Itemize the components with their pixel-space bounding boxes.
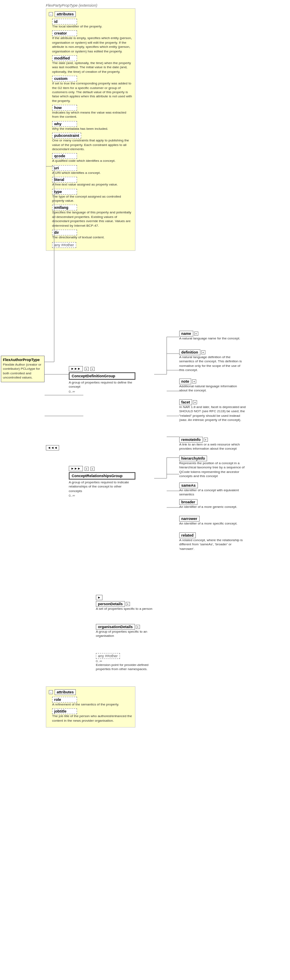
person-details-box-row: personDetails + [96,601,152,607]
same-as-element-section: sameAs An identifier of a concept with e… [179,483,246,497]
person-details-desc: A set of properties specific to a person [96,607,152,611]
attr-id-desc: The local identifier of the property. [52,25,102,29]
attr-xmllang-desc: Specifies the language of this property … [52,210,132,228]
expand-def-icon2[interactable]: + [90,367,95,371]
bottom-expand-icon[interactable]: - [49,690,53,694]
expand-rel-icon[interactable]: + [85,467,89,471]
remote-info-box-row: remoteInfo + [179,437,246,443]
attr-qcode-desc: A qualified code which identifies a conc… [52,159,115,163]
name-element-desc: A natural language name for the concept. [179,337,240,341]
bottom-attributes-header: - attributes [49,689,132,695]
flex-party-prop-type-box: - attributes id The local identifier of … [46,8,135,251]
attr-type-row: type The type of the concept assigned as… [52,189,132,203]
person-details-connector-row: ► [96,595,152,600]
bottom-attributes-label: attributes [55,689,76,695]
attr-modified-row: modified The date (and, optionally, the … [52,55,132,74]
flex-author-type-desc: Flexible Author (creator or contributor)… [3,363,42,380]
concept-def-group-box: ConceptDefinitionGroup [69,372,135,380]
hierarchy-info-element-box: hierarchyInfo [179,455,207,461]
flex-author-prop-type-box: FlexAuthorPropType Flexible Author (crea… [1,356,45,382]
attr-xmllang-row: xmllang Specifies the language of this p… [52,205,132,228]
note-element-box: note [179,379,191,384]
definition-element-box: definition [179,349,200,355]
attr-id-row: id The local identifier of the property. [52,19,132,29]
attr-modified-desc: The date (and, optionally, the time) whe… [52,61,132,74]
attr-how-name: how [52,105,77,111]
attr-role-row: role A refinement of the semantics of th… [52,697,132,707]
attributes-header: - attributes [49,11,132,17]
attr-creator-name: creator [52,30,77,36]
attr-id-name: id [52,19,77,25]
name-expand-icon[interactable]: + [194,332,198,336]
any-other-bottom-label: any ##other [96,653,120,659]
narrower-element-desc: An identifier of a more specific concept… [179,522,238,526]
concept-def-multiplicity: 0..∞ [69,390,135,393]
name-element-row: name + A natural language name for the c… [179,331,240,341]
facet-box-row: facet + [179,399,246,405]
attr-type-desc: The type of the concept assigned as cont… [52,195,132,203]
broader-element-box: broader [179,499,198,505]
same-as-element-desc: An identifier of a concept with equivale… [179,488,246,497]
narrower-element-section: narrower An identifier of a more specifi… [179,516,238,526]
definition-expand-icon[interactable]: + [201,350,205,354]
attr-pubconstraint-row: pubconstraint One or many constraints th… [52,133,132,151]
hierarchy-info-element-desc: Represents the position of a concept in … [179,461,246,479]
attr-why-name: why [52,121,77,127]
attributes-list: id The local identifier of the property.… [52,19,132,248]
note-element-desc: Additional natural language information … [179,384,246,393]
attr-pubconstraint-desc: One or many constraints that apply to pu… [52,139,132,151]
attr-uri-desc: A URI which identifies a concept. [52,171,101,175]
concept-def-group-row: ►►► + + [69,366,135,371]
attr-jobtitle-name: jobtitle [52,708,77,714]
attr-uri-row: uri A URI which identifies a concept. [52,165,132,175]
any-other-row: any ##other [52,242,132,248]
attr-jobtitle-row: jobtitle The job title of the person who… [52,708,132,723]
remote-info-element-desc: A link to an item or a web resource whic… [179,443,246,451]
facet-element-box: facet [179,399,192,405]
attr-qcode-row: qcode A qualified code which identifies … [52,153,132,163]
person-details-expand-icon[interactable]: + [126,602,130,606]
attr-how-row: how Indicates by which means the value w… [52,105,132,119]
sequence-connector: ►►► [69,366,83,371]
remote-info-expand-icon[interactable]: + [204,438,208,442]
attr-dir-row: dir The directionality of textual conten… [52,230,132,240]
attr-literal-name: literal [52,177,77,183]
any-other-bottom-desc: Extension point for provider-defined pro… [96,663,162,672]
related-element-box: related [179,532,196,538]
expand-icon[interactable]: - [49,12,53,16]
attr-modified-name: modified [52,55,77,61]
concept-relationships-group-section: ►►► + + ConceptRelationshipsGroup A grou… [69,466,135,497]
attr-dir-name: dir [52,230,77,235]
note-expand-icon[interactable]: + [192,379,196,384]
sequence-connector-rel: ►►► [69,466,83,471]
related-element-desc: A related concept, where the relationshi… [179,538,246,551]
org-details-expand-icon[interactable]: + [136,625,140,629]
attr-why-desc: Why the metadata has been included. [52,127,108,131]
expand-def-icon[interactable]: + [85,367,89,371]
concept-rel-group-box: ConceptRelationshipsGroup [69,472,135,480]
related-element-section: related A related concept, where the rel… [179,532,246,551]
left-connector-icon: ◄◄◄ [46,445,59,450]
attr-pubconstraint-name: pubconstraint [52,133,81,139]
concept-def-group-desc: A group of properties required to define… [69,381,135,389]
connector-lines [0,0,290,980]
name-element-section: name + A natural language name for the c… [179,331,240,341]
definition-element-desc: A natural language definition of the sem… [179,355,246,373]
name-box-row: name + [179,331,240,337]
org-details-element-box: organisationDetails [96,624,135,630]
org-details-desc: A group of properties specific to an org… [96,630,162,638]
flex-author-type-name: FlexAuthorPropType [3,358,42,362]
facet-expand-icon[interactable]: + [193,400,197,404]
person-connector: ► [96,595,102,600]
attr-custom-name: custom [52,76,77,82]
any-other-bottom-multiplicity: 0..∞ [96,659,162,663]
remote-info-element-section: remoteInfo + A link to an item or a web … [179,437,246,451]
facet-element-desc: In NAR 1.8 and later, facet is deprecate… [179,405,246,423]
definition-element-section: definition + A natural language definiti… [179,349,246,373]
narrower-element-box: narrower [179,516,200,522]
broader-element-desc: An identifier of a more generic concept. [179,505,237,509]
note-element-section: note + Additional natural language infor… [179,379,246,393]
attr-xmllang-name: xmllang [52,205,77,210]
definition-box-row: definition + [179,349,246,355]
expand-rel-icon2[interactable]: + [90,467,95,471]
